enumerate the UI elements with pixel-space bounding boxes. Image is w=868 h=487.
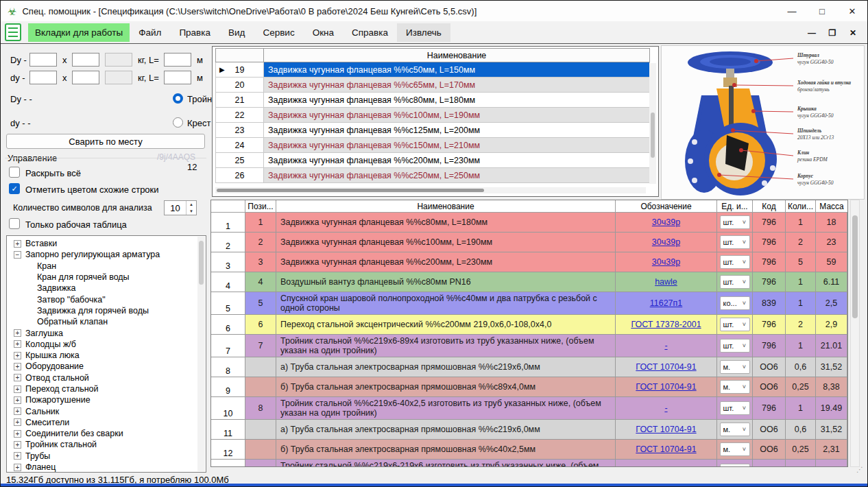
menu-item-2[interactable]: Вид [219, 23, 254, 42]
position-cell[interactable]: 5 [245, 292, 276, 315]
designation-cell[interactable] [616, 460, 717, 467]
name-cell[interactable]: Задвижка чугунная фланцевая %%c100мм, L=… [276, 233, 616, 252]
row-number-cell[interactable]: 20 [216, 78, 264, 92]
code-cell[interactable]: 796 [753, 335, 786, 357]
name-cell[interactable]: Задвижка чугунная фланцевая %%c125мм, L=… [264, 123, 649, 137]
name-cell[interactable]: Задвижка чугунная фланцевая %%c100мм, L=… [264, 108, 649, 122]
code-cell[interactable]: ОО6 [753, 420, 786, 440]
tree-item-label[interactable]: Затвор "бабочка" [37, 295, 106, 305]
row-number-cell[interactable]: 24 [216, 138, 264, 152]
specification-grid-row[interactable]: 33Задвижка чугунная фланцевая %%c200мм, … [211, 252, 847, 272]
row-number-cell[interactable]: 8 [211, 357, 245, 377]
position-cell[interactable]: 4 [245, 272, 276, 292]
code-cell[interactable]: ОО6 [753, 440, 786, 460]
specification-grid-row[interactable]: 8а) Труба стальная электросварная прямош… [211, 357, 847, 377]
worksheet-icon[interactable] [5, 23, 21, 41]
quantity-cell[interactable]: 0,25 [786, 377, 816, 397]
specification-grid-row[interactable]: 11Задвижка чугунная фланцевая %%c80мм, L… [211, 213, 847, 233]
unit-combobox[interactable]: м.˅ [720, 380, 750, 394]
designation-link[interactable]: ГОСТ 10704-91 [636, 382, 696, 392]
dy-upper-length-input[interactable] [164, 53, 191, 67]
row-number-cell[interactable]: 10 [211, 397, 245, 420]
tree-item-label[interactable]: Сальник [25, 407, 59, 416]
expand-all-checkbox[interactable] [9, 167, 20, 178]
resize-grip-icon[interactable]: ⋰ [856, 466, 863, 473]
code-cell[interactable]: 796 [753, 233, 786, 252]
designation-link[interactable]: - [664, 403, 667, 413]
chevron-down-icon[interactable]: ˅ [740, 321, 749, 328]
unit-combobox[interactable]: м.˅ [720, 423, 750, 436]
reference-grid-hthumb[interactable] [217, 189, 484, 192]
row-number-cell[interactable]: 23 [216, 123, 264, 137]
name-cell[interactable]: Задвижка чугунная фланцевая %%c65мм, L=1… [264, 78, 649, 92]
worktable-only-checkbox[interactable] [9, 218, 20, 229]
unit-combobox[interactable]: ко...˅ [720, 296, 750, 310]
reference-grid-row[interactable]: 20Задвижка чугунная фланцевая %%c65мм, L… [215, 78, 650, 93]
name-cell[interactable]: Задвижка чугунная фланцевая %%c50мм, L=1… [264, 62, 649, 77]
name-cell[interactable]: а) Труба стальная электросварная прямошо… [276, 357, 616, 377]
row-number-cell[interactable]: 25 [216, 153, 264, 167]
name-cell[interactable]: Задвижка чугунная фланцевая %%c80мм, L=1… [276, 213, 616, 233]
name-cell[interactable]: б) Труба стальная электросварная прямошо… [276, 440, 616, 460]
menu-item-0[interactable]: Файл [130, 23, 170, 42]
position-cell[interactable]: 9 [245, 460, 276, 467]
unit-combobox[interactable]: шт.˅ [720, 339, 750, 353]
worktable-only-label[interactable]: Только рабочая таблица [25, 219, 127, 230]
designation-link[interactable]: - [664, 341, 667, 351]
row-number-cell[interactable]: 2 [211, 233, 245, 252]
specification-grid-row[interactable]: 9б) Труба стальная электросварная прямош… [211, 377, 847, 397]
designation-cell[interactable]: - [616, 397, 717, 420]
designation-link[interactable]: 30ч39р [652, 217, 680, 227]
menu-item-4[interactable]: Окна [304, 23, 343, 42]
tree-item[interactable]: +Соединители без сварки [7, 428, 206, 439]
row-number-cell[interactable]: 9 [211, 377, 245, 397]
collapse-icon[interactable]: − [14, 251, 21, 259]
menu-item-extract[interactable]: Извлечь [397, 23, 450, 42]
mass-cell[interactable]: 19.49 [816, 397, 847, 420]
position-cell[interactable]: 8 [245, 397, 276, 420]
position-cell[interactable] [245, 357, 276, 377]
quantity-cell[interactable]: 0,25 [786, 440, 816, 460]
name-cell[interactable]: Задвижка чугунная фланцевая %%c80мм, L=1… [264, 93, 649, 107]
tree-item-label[interactable]: Соединители без сварки [25, 429, 123, 438]
tree-item-label[interactable]: Крышка люка [25, 351, 80, 360]
minimize-button[interactable]: — [777, 1, 807, 21]
position-cell[interactable] [245, 440, 276, 460]
position-cell[interactable]: 3 [245, 252, 276, 272]
mass-cell[interactable]: 31,52 [816, 420, 847, 440]
unit-combobox[interactable]: м.˅ [720, 360, 750, 374]
weld-in-place-button[interactable]: Сварить по месту [6, 134, 205, 149]
expand-icon[interactable]: + [14, 396, 21, 404]
unit-combobox[interactable]: шт.˅ [720, 255, 750, 269]
tree-item[interactable]: +Переход стальной [7, 383, 206, 394]
quantity-cell[interactable]: 1 [786, 397, 816, 420]
tree-item-label[interactable]: Оборудование [25, 361, 84, 371]
chevron-down-icon[interactable]: ˅ [740, 426, 749, 433]
tree-item[interactable]: +Вставки [7, 238, 206, 249]
designation-cell[interactable]: ГОСТ 10704-91 [616, 377, 717, 397]
tree-item[interactable]: Обратный клапан [7, 316, 206, 327]
position-cell[interactable] [245, 377, 276, 397]
chevron-down-icon[interactable]: ˅ [740, 259, 749, 265]
unit-combobox[interactable]: м.˅ [720, 442, 750, 456]
tree-item[interactable]: +Сальник [7, 405, 206, 416]
designation-cell[interactable]: 30ч39р [616, 233, 717, 252]
dy-lower-input-1[interactable] [29, 71, 57, 84]
chevron-down-icon[interactable]: ˅ [740, 383, 749, 390]
expand-icon[interactable]: + [14, 352, 21, 359]
position-cell[interactable] [245, 420, 276, 440]
mass-cell[interactable]: 21.01 [816, 335, 847, 357]
unit-combobox[interactable]: шт.˅ [720, 401, 750, 415]
reference-grid-row[interactable]: 22Задвижка чугунная фланцевая %%c100мм, … [215, 108, 650, 123]
position-cell[interactable]: 6 [245, 315, 276, 335]
row-number-cell[interactable]: 19▶ [216, 62, 264, 77]
quantity-cell[interactable]: 0,6 [786, 357, 816, 377]
name-cell[interactable]: Тройник стальной %%c219x6-40x2,5 изготов… [276, 397, 616, 420]
row-number-cell[interactable]: 5 [211, 292, 245, 315]
designation-cell[interactable]: 30ч39р [616, 213, 717, 233]
row-number-cell[interactable]: 26 [216, 168, 264, 182]
tree-item[interactable]: Затвор "бабочка" [7, 294, 206, 305]
row-number-cell[interactable]: 22 [216, 108, 264, 122]
chevron-down-icon[interactable]: ˅ [740, 342, 749, 349]
quantity-cell[interactable]: 2 [786, 460, 816, 467]
